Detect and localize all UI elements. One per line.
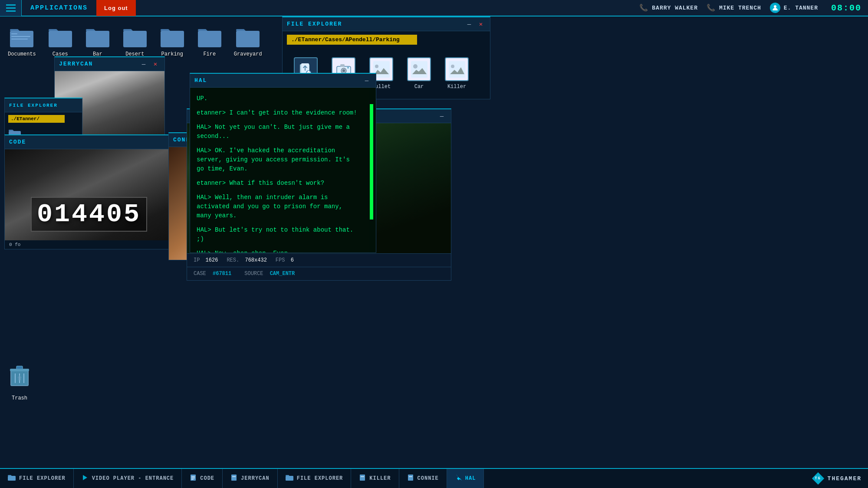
desktop-icon-fire[interactable]: Fire [193, 22, 226, 61]
svg-rect-9 [198, 31, 221, 47]
top-bar-right: 📞 BARRY WALKER 📞 MIKE TRENCH E. TANNER 0… [639, 3, 868, 13]
taskbar-code-label: CODE [200, 475, 214, 481]
folder-icon-bar [85, 25, 111, 49]
desktop-icon-cases[interactable]: Cases [44, 22, 77, 61]
video-footer-source-value: CAM_ENTR [270, 271, 295, 277]
file-item-car[interactable]: Car [404, 55, 434, 92]
trash-icon-image [9, 365, 30, 393]
svg-rect-3 [11, 36, 30, 37]
taskbar-killer-icon [359, 474, 366, 483]
svg-rect-41 [360, 475, 365, 481]
hal-msg-4: etanner> What if this doesn't work? [197, 179, 369, 188]
jerrycan-titlebar[interactable]: JERRYCAN — ✕ [55, 57, 164, 71]
code-status: 0 fo [5, 240, 173, 249]
trash-icon[interactable]: Trash [9, 365, 30, 401]
logout-button[interactable]: Log out [96, 0, 136, 16]
taskbar-file-explorer[interactable]: FILE EXPLORER [0, 469, 74, 488]
hal-window: HAL — UP. etanner> I can't get into the … [190, 73, 376, 253]
taskbar-video-player-label: VIDEO PLAYER - ENTRANCE [92, 475, 174, 481]
video-footer-source: SOURCE CAM_ENTR [244, 271, 295, 277]
jerrycan-close[interactable]: ✕ [151, 59, 160, 69]
phone-icon-mike: 📞 [707, 3, 716, 12]
folder-icon-graveyard [235, 25, 261, 49]
desktop-icon-bar[interactable]: Bar [81, 22, 114, 61]
svg-marker-33 [83, 475, 87, 480]
taskbar-connie-label: CONNIE [418, 475, 439, 481]
desktop-icon-label-fire: Fire [203, 51, 216, 57]
svg-point-22 [342, 69, 345, 72]
file-explorer-main-titlebar[interactable]: FILE EXPLORER — ✕ [283, 17, 490, 31]
svg-rect-7 [123, 31, 147, 47]
code-titlebar[interactable]: CODE [5, 135, 173, 149]
taskbar-jerrycan[interactable]: JERRYCAN [223, 469, 278, 488]
taskbar-code[interactable]: CODE [182, 469, 223, 488]
svg-rect-2 [11, 33, 17, 34]
folder-icon-desert [122, 25, 148, 49]
killer-file-icon [445, 57, 469, 81]
svg-rect-35 [191, 476, 195, 477]
taskbar-jerrycan-icon [230, 474, 237, 483]
desktop-icon-documents[interactable]: Documents [4, 22, 39, 61]
taskbar-video-player[interactable]: VIDEO PLAYER - ENTRANCE [74, 469, 182, 488]
hal-msg-0: UP. [197, 94, 369, 103]
hal-msg-2: HAL> Not yet you can't. But just give me… [197, 123, 369, 141]
contact-barry-walker[interactable]: 📞 BARRY WALKER [639, 3, 698, 12]
video-stat-fps: FPS 6 [276, 257, 294, 263]
svg-rect-13 [16, 366, 23, 369]
hal-msg-1: etanner> I can't get into the evidence r… [197, 108, 369, 118]
file-explorer-small-title: FILE EXPLORER [9, 103, 78, 108]
hal-minimize[interactable]: — [362, 76, 372, 85]
hal-scrollbar[interactable] [369, 88, 374, 252]
app-title: APPLICATIONS [22, 4, 96, 12]
file-explorer-main-minimize[interactable]: — [464, 20, 474, 29]
hamburger-icon [6, 4, 16, 12]
video-footer-bar: CASE #67811 SOURCE CAM_ENTR [187, 267, 451, 280]
video-player-minimize[interactable]: — [437, 111, 447, 121]
jerrycan-minimize[interactable]: — [139, 59, 148, 69]
taskbar-killer[interactable]: KILLER [351, 469, 399, 488]
folder-icon-parking [159, 25, 185, 49]
video-stat-res-value: 768x432 [245, 257, 266, 263]
video-footer-case-label: CASE [194, 271, 206, 277]
hal-msg-5: HAL> Well, then an intruder alarm isacti… [197, 193, 369, 220]
desktop-icon-parking[interactable]: Parking [156, 22, 189, 61]
video-stat-res-label: RES. [227, 257, 239, 263]
file-explorer-main-close[interactable]: ✕ [476, 20, 486, 29]
file-item-killer[interactable]: Killer [442, 55, 471, 92]
svg-rect-4 [11, 39, 28, 39]
taskbar-file-explorer-2[interactable]: FILE EXPLORER [278, 469, 352, 488]
file-explorer-main-path-input[interactable] [287, 35, 417, 45]
taskbar-hal[interactable]: HAL [447, 469, 484, 488]
svg-rect-5 [49, 31, 72, 47]
video-footer-case: CASE #67811 [194, 271, 231, 277]
folder-icon-fire [197, 25, 223, 49]
taskbar-connie-icon [407, 474, 414, 483]
svg-rect-27 [411, 61, 427, 78]
video-stat-ip: IP 1626 [194, 257, 218, 263]
thegamer-diamond-text: TG [815, 476, 821, 481]
trash-icon-label: Trash [12, 395, 27, 401]
taskbar-file-explorer-2-label: FILE EXPLORER [297, 475, 343, 481]
svg-rect-42 [361, 476, 364, 477]
code-number-display: 014405 [31, 197, 147, 232]
desktop-icon-graveyard[interactable]: Graveyard [230, 22, 266, 61]
hamburger-menu[interactable] [0, 0, 22, 16]
svg-rect-29 [449, 61, 465, 78]
contact-name-barry: BARRY WALKER [652, 5, 698, 11]
clock-display: 08:00 [831, 3, 861, 13]
video-footer-case-value: #67811 [213, 271, 231, 277]
video-footer-source-label: SOURCE [244, 271, 263, 277]
hal-titlebar[interactable]: HAL — [190, 74, 376, 88]
hal-msg-3: HAL> OK. I've hacked the accreditationse… [197, 146, 369, 174]
svg-rect-38 [231, 475, 237, 481]
code-window: CODE 014405 0 fo [4, 134, 174, 249]
file-explorer-small-path-input[interactable] [8, 115, 65, 123]
taskbar-connie[interactable]: CONNIE [399, 469, 447, 488]
contact-mike-trench[interactable]: 📞 MIKE TRENCH [707, 3, 761, 12]
taskbar-hal-phone-icon [455, 474, 462, 483]
taskbar-hal-label: HAL [465, 475, 476, 481]
hal-msg-6: HAL> But let's try not to think about th… [197, 226, 369, 244]
file-explorer-small-titlebar[interactable]: FILE EXPLORER [5, 98, 82, 112]
contact-e-tanner[interactable]: E. TANNER [770, 3, 818, 13]
desktop-icon-desert[interactable]: Desert [118, 22, 151, 61]
